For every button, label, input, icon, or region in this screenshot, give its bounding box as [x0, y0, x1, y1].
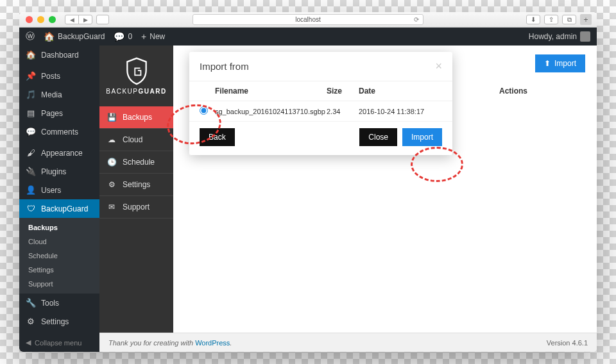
col-filename: Filename	[215, 87, 327, 95]
wp-footer: Thank you for creating with WordPress. V…	[99, 333, 597, 352]
back-button[interactable]: Back	[200, 128, 235, 146]
tabs-icon[interactable]	[96, 15, 109, 24]
sidebar-item-settings[interactable]: ⚙Settings	[19, 312, 99, 331]
close-button[interactable]: Close	[359, 128, 397, 146]
plugin-nav-label: Settings	[123, 180, 150, 189]
sidebar-item-backupguard[interactable]: 🛡BackupGuard	[19, 199, 99, 218]
mac-titlebar: ◀ ▶ localhost ⟳ ⬇ ⇪ ⧉ +	[19, 12, 597, 28]
file-name: sg_backup_20161024113710.sgbp	[215, 108, 327, 115]
collapse-icon: ◀	[26, 338, 31, 347]
comments-count: 0	[128, 32, 132, 41]
sidebar-item-dashboard[interactable]: 🏠Dashboard	[19, 46, 99, 64]
sidebar-item-label: Media	[41, 90, 62, 99]
sidebar-item-label: Dashboard	[41, 51, 79, 60]
plugin-nav-support[interactable]: ✉Support	[99, 196, 173, 219]
sidebar-item-users[interactable]: 👤Users	[19, 181, 99, 199]
comments-link[interactable]: 💬0	[114, 31, 132, 42]
url-bar[interactable]: localhost ⟳	[193, 14, 424, 25]
download-icon[interactable]: ⬇	[526, 15, 540, 24]
close-window-icon[interactable]	[26, 16, 33, 23]
modal-close-icon[interactable]: ×	[435, 60, 442, 73]
submenu-settings[interactable]: Settings	[19, 263, 99, 277]
sidebar-item-appearance[interactable]: 🖌Appearance	[19, 144, 99, 162]
upload-icon: ⬆	[544, 59, 551, 68]
import-modal: Import from × Filename Size Date sg_back…	[189, 52, 452, 155]
sidebar-item-posts[interactable]: 📌Posts	[19, 67, 99, 85]
modal-import-button[interactable]: Import	[402, 128, 442, 146]
site-link[interactable]: 🏠BackupGuard	[44, 31, 105, 42]
submenu-support[interactable]: Support	[19, 277, 99, 291]
collapse-menu[interactable]: ◀Collapse menu	[19, 333, 99, 352]
footer-thanks: Thank you for creating with	[108, 339, 195, 347]
sidebar-item-pages[interactable]: ▤Pages	[19, 104, 99, 122]
cloud-icon: ☁	[107, 135, 116, 144]
import-label: Import	[554, 59, 576, 68]
file-row[interactable]: sg_backup_20161024113710.sgbp 2.34 2016-…	[189, 101, 452, 122]
new-tab-icon[interactable]: +	[580, 14, 592, 25]
brush-icon: 🖌	[26, 148, 36, 158]
plugin-logo: BACKUPGUARD	[99, 46, 173, 106]
share-icon[interactable]: ⇪	[544, 15, 558, 24]
sidebar-item-label: Pages	[41, 109, 63, 118]
new-link[interactable]: +New	[141, 31, 165, 42]
brand-text-1: BACKUP	[106, 88, 138, 95]
plugin-sidebar: BACKUPGUARD 💾Backups ☁Cloud 🕒Schedule ⚙S…	[99, 46, 173, 333]
import-button[interactable]: ⬆Import	[535, 54, 585, 72]
plugin-nav-cloud[interactable]: ☁Cloud	[99, 129, 173, 151]
mail-icon: ✉	[107, 203, 116, 211]
media-icon: 🎵	[26, 90, 36, 99]
file-radio[interactable]	[200, 106, 208, 115]
comments-icon: 💬	[26, 127, 36, 136]
plugin-nav-label: Schedule	[123, 158, 155, 167]
plugin-nav-label: Backups	[123, 113, 152, 122]
minimize-window-icon[interactable]	[37, 16, 44, 23]
sidebar-item-plugins[interactable]: 🔌Plugins	[19, 162, 99, 181]
sidebar-item-label: Plugins	[41, 167, 66, 176]
howdy-link[interactable]: Howdy, admin	[529, 31, 590, 42]
shield-logo-icon	[124, 57, 149, 85]
file-size: 2.34	[327, 108, 359, 115]
actions-column-header: Actions	[499, 87, 527, 95]
users-icon: 👤	[26, 185, 36, 195]
sidebar-submenu: Backups Cloud Schedule Settings Support	[19, 218, 99, 294]
plugin-nav-settings[interactable]: ⚙Settings	[99, 174, 173, 196]
collapse-label: Collapse menu	[35, 339, 81, 347]
gear-icon: ⚙	[26, 317, 36, 326]
dashboard-icon: 🏠	[26, 50, 36, 60]
window-controls	[19, 16, 56, 23]
submenu-backups[interactable]: Backups	[19, 220, 99, 235]
shield-icon: 🛡	[26, 204, 36, 213]
submenu-schedule[interactable]: Schedule	[19, 249, 99, 263]
sidebar-item-media[interactable]: 🎵Media	[19, 85, 99, 104]
sidebar-item-label: Users	[41, 186, 61, 195]
wp-admin-bar: ⓦ 🏠BackupGuard 💬0 +New Howdy, admin	[19, 28, 597, 46]
nav-buttons: ◀ ▶	[65, 15, 92, 24]
wrench-icon: 🔧	[26, 298, 36, 308]
sidebar-item-tools[interactable]: 🔧Tools	[19, 294, 99, 312]
reload-icon[interactable]: ⟳	[414, 16, 419, 23]
wordpress-link[interactable]: WordPress	[195, 339, 230, 347]
sidebar-item-label: Tools	[41, 299, 59, 308]
maximize-window-icon[interactable]	[49, 16, 56, 23]
plugin-nav-label: Cloud	[123, 135, 142, 144]
plugin-nav-backups[interactable]: 💾Backups	[99, 106, 173, 129]
plugin-nav-schedule[interactable]: 🕒Schedule	[99, 151, 173, 174]
sidebar-item-label: Appearance	[41, 149, 83, 158]
wp-sidebar: 🏠Dashboard 📌Posts 🎵Media ▤Pages 💬Comment…	[19, 46, 99, 352]
browser-window: ◀ ▶ localhost ⟳ ⬇ ⇪ ⧉ + ⓦ 🏠BackupGuard 💬…	[19, 12, 597, 352]
howdy-text: Howdy, admin	[529, 32, 577, 41]
plugin-nav-label: Support	[123, 203, 150, 211]
submenu-cloud[interactable]: Cloud	[19, 235, 99, 249]
sidebar-item-label: BackupGuard	[41, 204, 88, 213]
pages-icon: ▤	[26, 108, 36, 118]
file-date: 2016-10-24 11:38:17	[359, 108, 442, 115]
site-name: BackupGuard	[58, 32, 105, 41]
wp-logo-icon[interactable]: ⓦ	[26, 31, 35, 42]
back-button[interactable]: ◀	[65, 15, 79, 24]
plugin-icon: 🔌	[26, 167, 36, 176]
new-label: New	[150, 32, 165, 41]
sidebar-item-comments[interactable]: 💬Comments	[19, 122, 99, 141]
tabs-overview-icon[interactable]: ⧉	[562, 15, 576, 24]
forward-button[interactable]: ▶	[78, 15, 92, 24]
gear-icon: ⚙	[107, 180, 116, 189]
